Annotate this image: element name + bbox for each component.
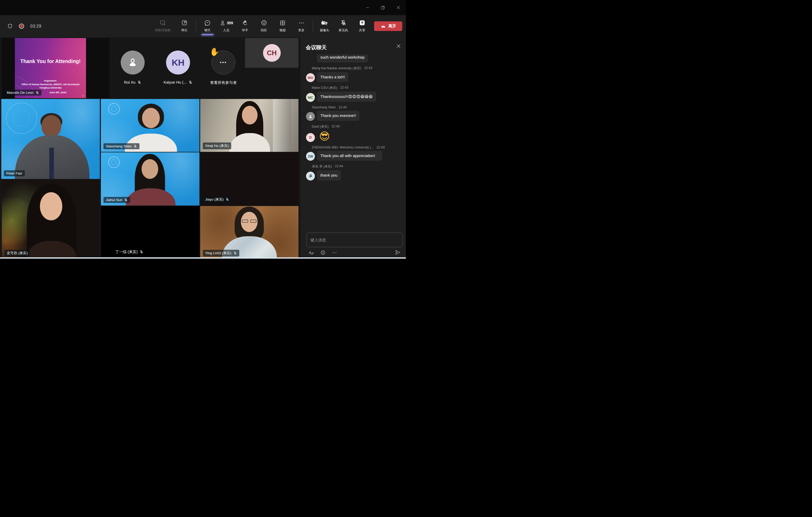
toolbar-people[interactable]: 359 人员 xyxy=(217,17,236,36)
chat-message-meta: 卓龙.李 (来宾) 22:44 xyxy=(312,164,402,169)
un-emblem xyxy=(108,103,120,115)
slide-date: June 6th ,2024 xyxy=(49,91,66,94)
overflow-participants-circle: ✋ ••• xyxy=(211,51,235,74)
tile-kaiyue-hu[interactable]: KH Kaiyue Hu (... xyxy=(156,38,200,98)
close-chat-icon[interactable] xyxy=(397,44,401,48)
toolbar-share[interactable]: 共享 xyxy=(353,17,372,36)
chat-message-bubble: Thanks a lot!!! xyxy=(317,72,348,82)
person-icon xyxy=(127,57,138,68)
chat-timestamp: 22:43 xyxy=(340,86,348,90)
tile-peter-faiz[interactable]: Peter Faiz xyxy=(1,99,100,179)
toolbar-raise-hand[interactable]: 举手 xyxy=(236,17,254,36)
avatar xyxy=(121,51,145,74)
participant-name-label: Jiahui Sun xyxy=(104,197,130,203)
glasses xyxy=(250,219,257,223)
chat-message-bubble: Thank you everone!! xyxy=(317,111,359,121)
leave-meeting-button[interactable]: 离开 xyxy=(374,21,402,31)
chat-timestamp: 22:43 xyxy=(331,124,340,129)
chat-message-bubble: Thank you all with appreciation! xyxy=(317,151,382,161)
tile-jiahui-sun[interactable]: Jiahui Sun xyxy=(101,152,199,206)
more-ellipsis-icon xyxy=(298,19,304,27)
chat-input-container xyxy=(307,233,403,247)
tile-xinqi-hu[interactable]: Xinqi Hu (来宾) xyxy=(200,99,298,152)
toolbar-view[interactable]: 视图 xyxy=(273,17,292,36)
tile-ying-liao[interactable]: Ying LIAO (来宾) xyxy=(200,206,298,258)
svg-text:A: A xyxy=(309,250,312,255)
toolbar-mic-off[interactable]: 麦克风 xyxy=(334,17,353,36)
view-grid-icon xyxy=(280,19,286,27)
chat-sender: Maire CSU (来宾) xyxy=(312,86,337,90)
participant-name-label: Jiayu (来宾) xyxy=(203,196,231,203)
participant-name-label: Rui Xu xyxy=(124,80,136,84)
chat-sender: Xiaochang Shen xyxy=(312,105,336,109)
view-all-participants-button[interactable]: ✋ ••• 查看所有参与者 xyxy=(201,38,246,98)
shared-slide: Thank You for Attending! Organizers: Off… xyxy=(15,38,86,98)
tile-shikexin[interactable]: 史可欣 (来宾) xyxy=(2,180,99,258)
view-all-participants-label: 查看所有参与者 xyxy=(210,80,237,85)
mic-off-icon xyxy=(233,251,237,255)
participant-count: 359 xyxy=(227,21,233,25)
meeting-toolbar: 03:29 获取控制权 弹出 聊天 xyxy=(0,15,406,37)
avatar: D xyxy=(306,133,315,142)
avatar: MC xyxy=(306,93,315,102)
tile-jiayu[interactable]: Jiayu (来宾) xyxy=(200,152,298,206)
window-titlebar xyxy=(0,0,406,15)
chat-sender: Wang Kai-Nankai university (来宾) xyxy=(312,66,361,70)
tile-rui-xu[interactable]: Rui Xu xyxy=(110,38,155,98)
person-icon xyxy=(308,114,313,119)
tile-ch[interactable]: CH xyxy=(245,38,298,68)
composer-more-icon[interactable] xyxy=(332,250,337,255)
hangup-phone-icon xyxy=(380,24,386,29)
chat-timestamp: 22:43 xyxy=(376,146,384,149)
toolbar-camera-off[interactable]: 摄像头 xyxy=(315,17,334,36)
mic-off-icon xyxy=(124,198,128,202)
chat-message-list[interactable]: such wonderful workshop Wang Kai-Nankai … xyxy=(300,55,406,230)
chat-sender: 卓龙.李 (来宾) xyxy=(312,164,332,169)
more-participants-dots-icon: ••• xyxy=(220,60,227,65)
format-text-icon[interactable]: A xyxy=(309,250,314,255)
send-message-icon[interactable] xyxy=(395,249,401,255)
toolbar-take-control[interactable]: 获取控制权 xyxy=(151,17,175,36)
chat-sender: ZHENXIANG WEI--Wenzhou University (... xyxy=(312,146,374,149)
minimize-button[interactable] xyxy=(360,0,375,15)
horizontal-scrollbar[interactable] xyxy=(0,257,406,258)
emoji-picker-icon[interactable] xyxy=(320,250,326,255)
avatar: CH xyxy=(263,44,281,62)
close-window-button[interactable] xyxy=(390,0,406,15)
un-emblem xyxy=(6,102,37,134)
popout-icon xyxy=(181,19,188,27)
chat-icon xyxy=(204,19,211,27)
slide-organizer-line1: Office of Human Resources, DMSPC, UN Sec… xyxy=(15,83,86,87)
avatar xyxy=(306,112,315,121)
big-emoji-message: 😎 xyxy=(319,130,330,142)
take-control-icon xyxy=(159,19,167,27)
participant-name-label: Kaiyue Hu (... xyxy=(164,80,186,84)
slide-page-number: 32 xyxy=(82,95,84,97)
slide-title: Thank You for Attending! xyxy=(15,58,86,64)
chat-input[interactable] xyxy=(307,233,403,247)
toolbar-more[interactable]: 更多 xyxy=(292,17,311,36)
restore-button[interactable] xyxy=(375,0,390,15)
chat-message-bubble: Thanksssssss!!!😍😍😍😆😆😆 xyxy=(317,92,376,102)
chat-timestamp: 22:43 xyxy=(364,66,372,70)
participant-name-label: 史可欣 (来宾) xyxy=(4,250,30,256)
mic-off-icon xyxy=(340,19,347,27)
mic-off-icon xyxy=(134,145,137,148)
chat-message-bubble: such wonderful workshop xyxy=(317,55,368,62)
participant-name-label: Ying LIAO (来宾) xyxy=(203,250,239,256)
toolbar-react[interactable]: 回应 xyxy=(254,17,273,36)
share-icon xyxy=(359,19,366,27)
meeting-timer: 03:29 xyxy=(30,24,41,29)
toolbar-chat-tab[interactable]: 聊天 xyxy=(198,17,217,36)
chat-header: 会议聊天 xyxy=(300,37,406,55)
teams-meeting-window: 03:29 获取控制权 弹出 聊天 xyxy=(0,0,406,258)
chat-message-meta: Xiaochang Shen 22:43 xyxy=(312,105,402,109)
tie xyxy=(49,148,54,179)
toolbar-popout[interactable]: 弹出 xyxy=(175,17,194,36)
tile-dingyizong[interactable]: 丁一综 (来宾) xyxy=(101,206,199,258)
recording-indicator-icon xyxy=(19,23,25,29)
tile-marcelo-de-leon[interactable]: Thank You for Attending! Organizers: Off… xyxy=(2,38,110,98)
window-backdrop xyxy=(273,99,291,152)
tile-xiaochang-shen[interactable]: Xiaochang Shen xyxy=(101,99,199,152)
un-emblem xyxy=(108,156,120,168)
